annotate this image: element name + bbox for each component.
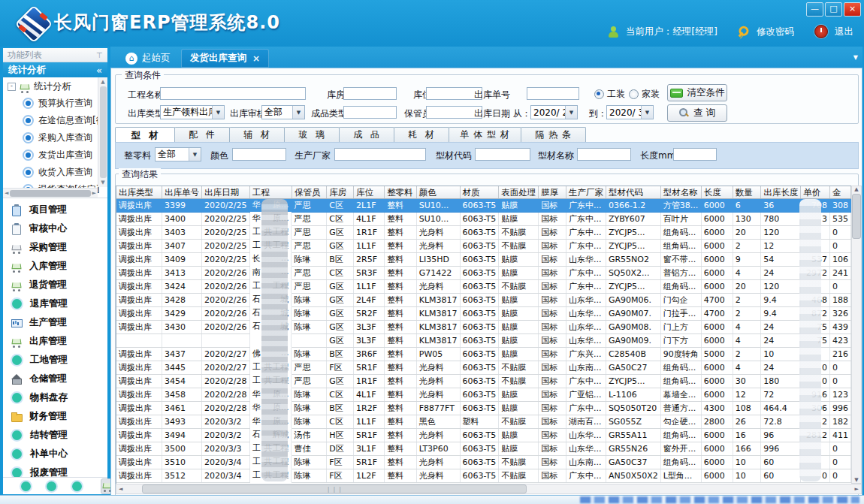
cell[interactable]: 调拨出库 <box>116 321 162 334</box>
cell[interactable]: LI35HD <box>416 253 460 267</box>
cell[interactable] <box>801 348 830 361</box>
cell[interactable]: 工共工程 <box>250 375 292 388</box>
profile-code-input[interactable] <box>475 148 530 161</box>
cell[interactable]: 6000 <box>701 213 733 226</box>
cell[interactable]: 贴膜 <box>499 429 539 442</box>
cell[interactable]: 4L1F <box>354 213 385 226</box>
cell[interactable]: 0 <box>829 442 850 456</box>
cell[interactable]: 4 <box>733 361 760 375</box>
cell[interactable]: 石城 <box>250 321 292 333</box>
column-header-型材代码[interactable]: 型材代码 <box>606 186 660 199</box>
cell[interactable]: 6000 <box>701 253 733 267</box>
cell[interactable]: 6063-T5 <box>460 321 499 334</box>
cell[interactable]: 130 <box>733 213 760 226</box>
cell[interactable]: H区 <box>327 429 354 442</box>
cell[interactable]: 工共工程 <box>250 442 292 455</box>
cell[interactable]: 不贴膜 <box>499 415 539 429</box>
cell[interactable]: 普铝方... <box>660 267 701 280</box>
cell[interactable]: 6063-T5 <box>460 307 499 321</box>
cell[interactable]: 20 <box>733 226 760 240</box>
cell[interactable]: 门勾企 <box>660 294 701 307</box>
cell[interactable]: 国标 <box>539 199 566 213</box>
cell[interactable]: 3428 <box>162 294 202 307</box>
cell[interactable]: 2020/2/28 <box>202 388 250 402</box>
cell[interactable]: 调拨出库 <box>116 388 162 402</box>
cell[interactable]: 整料 <box>385 348 417 361</box>
cell[interactable]: 6063-T5 <box>460 388 499 402</box>
cell[interactable]: 6063-T5 <box>460 267 499 280</box>
cell[interactable]: 调拨出库 <box>116 199 162 213</box>
cell[interactable]: 10 <box>761 348 801 361</box>
cell[interactable]: F区 <box>327 456 354 469</box>
cell[interactable]: 1L1F <box>354 415 385 429</box>
cell[interactable]: 工共工程 <box>250 469 292 482</box>
menu-item-财务管理[interactable]: 财务管理 <box>3 407 107 426</box>
cell[interactable]: GA90M07. <box>606 307 660 321</box>
cell[interactable]: 60 <box>761 469 801 483</box>
cell[interactable]: 调拨出库 <box>116 415 162 429</box>
cell[interactable]: 0 <box>801 375 830 388</box>
cell[interactable]: 439 <box>829 321 850 334</box>
cell[interactable]: 535 <box>829 213 850 226</box>
cell[interactable]: 2 <box>733 348 760 361</box>
menu-item-审核中心[interactable]: 审核中心 <box>3 219 107 238</box>
cell[interactable]: ZYCJP5... <box>606 240 660 253</box>
cell[interactable]: 241 <box>829 267 850 280</box>
warehouse-input[interactable] <box>343 87 397 100</box>
cell[interactable]: 调拨出库 <box>116 253 162 267</box>
cell[interactable]: 贴膜 <box>499 348 539 361</box>
cell[interactable]: 2020/2/27 <box>202 361 250 375</box>
cell[interactable]: 调拨出库 <box>116 240 162 253</box>
cell[interactable]: 严思 <box>292 361 326 375</box>
tree-item-收货入库查询[interactable]: 收货入库查询 <box>3 164 98 181</box>
cell[interactable]: 不贴膜 <box>499 456 539 469</box>
cell[interactable]: B区 <box>327 402 354 415</box>
cell[interactable]: 整料 <box>385 307 417 321</box>
cell[interactable]: 1L1F <box>354 280 385 294</box>
material-tab-7[interactable]: 隔 热 条 <box>521 127 586 142</box>
cell[interactable]: 门拉手... <box>660 307 701 321</box>
search-button[interactable]: 查 询 <box>667 104 727 122</box>
table-row[interactable]: 调拨出库35002020/3/3工共工程曹佳D区3L1F整料LT3P606063… <box>116 442 851 456</box>
menu-item-退库管理[interactable]: 退库管理 <box>3 294 107 313</box>
cell[interactable]: 6000 <box>701 240 733 253</box>
table-row[interactable]: 调拨出库34932020/3/2华原...陈琳C区1L1F整料黑色塑料不贴膜国标… <box>116 415 851 429</box>
manufacturer-input[interactable] <box>334 148 426 161</box>
cell[interactable]: 0 <box>829 375 850 388</box>
cell[interactable]: 整料 <box>385 456 417 469</box>
column-header-工程[interactable]: 工程 <box>249 186 292 199</box>
cell[interactable]: L型角... <box>660 469 701 483</box>
color-input[interactable] <box>232 148 286 161</box>
menu-item-退货管理[interactable]: 退货管理 <box>3 276 107 294</box>
cell[interactable]: 贴膜 <box>499 294 539 307</box>
cell[interactable]: 方管38... <box>660 199 701 213</box>
cell[interactable]: 4L1F <box>354 388 385 402</box>
cell[interactable]: 不贴膜 <box>499 280 539 294</box>
order-no-input[interactable] <box>527 87 579 100</box>
cell[interactable]: 1L2F <box>354 469 385 483</box>
tree-item-在途信息查询[待[interactable]: 在途信息查询[待 <box>3 112 98 129</box>
cell[interactable] <box>162 334 202 348</box>
cell[interactable] <box>801 240 830 253</box>
scrollbar-thumb[interactable] <box>852 194 861 239</box>
cell[interactable]: 国标 <box>539 429 566 442</box>
column-header-出库类型[interactable]: 出库类型 <box>116 186 162 199</box>
cell[interactable]: 106 <box>829 253 850 267</box>
cell[interactable]: 门下方 <box>660 334 701 348</box>
cell[interactable]: 陈琳 <box>292 294 326 307</box>
material-tab-3[interactable]: 玻 璃 <box>284 127 340 142</box>
cell[interactable]: 国标 <box>539 415 566 429</box>
cell[interactable]: 组角码... <box>660 375 701 388</box>
cell[interactable]: 5R1F <box>354 456 385 469</box>
tab-发货出库查询[interactable]: 发货出库查询× <box>181 49 269 68</box>
pin-icon[interactable]: ⊥ <box>96 51 103 59</box>
cell[interactable]: 6063-T5 <box>460 199 499 213</box>
column-header-金[interactable]: 金 <box>829 186 850 199</box>
cell[interactable]: 108 <box>733 402 760 415</box>
cell[interactable]: 3403 <box>162 226 202 240</box>
cell[interactable]: 3399 <box>162 199 202 213</box>
cell[interactable]: ZYCJP5... <box>606 280 660 294</box>
cell[interactable]: 3461 <box>162 402 202 415</box>
cell[interactable]: 工共工程 <box>250 226 292 239</box>
cell[interactable]: 6063-T5 <box>460 456 499 469</box>
